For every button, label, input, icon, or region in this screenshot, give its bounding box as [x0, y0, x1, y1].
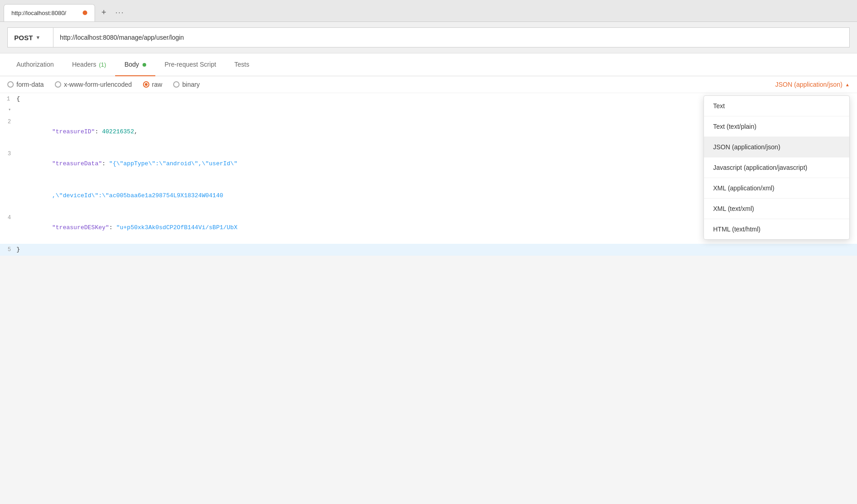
- tab-headers-label: Headers: [72, 61, 96, 68]
- tab-body-dot: [143, 63, 146, 67]
- option-binary-label: binary: [182, 81, 200, 88]
- key-treasureDESKey: "treasureDESKey": [38, 224, 109, 231]
- line-content-1: {: [16, 94, 20, 104]
- tab-body-label: Body: [124, 61, 139, 68]
- dropdown-item-javascript[interactable]: Javascript (application/javascript): [704, 158, 849, 178]
- tab-pre-request-script[interactable]: Pre-request Script: [155, 53, 225, 76]
- key-treasureID: "treasureID": [38, 128, 95, 135]
- tab-authorization-label: Authorization: [16, 61, 54, 68]
- radio-raw: [143, 81, 149, 88]
- option-raw-label: raw: [152, 81, 163, 88]
- dropdown-item-text[interactable]: Text: [704, 96, 849, 116]
- val-treasureData-cont: ,\"deviceId\":\"ac005baa6e1a298754L9X183…: [38, 192, 223, 199]
- format-dropdown-menu: Text Text (text/plain) JSON (application…: [704, 95, 850, 240]
- line-content-5: }: [16, 245, 20, 255]
- method-label: POST: [14, 34, 33, 42]
- val-treasureID: 402216352: [102, 128, 134, 135]
- option-binary[interactable]: binary: [173, 81, 200, 88]
- editor-line-5: 5 }: [0, 244, 857, 256]
- dropdown-item-html[interactable]: HTML (text/html): [704, 219, 849, 239]
- option-form-data[interactable]: form-data: [7, 81, 44, 88]
- method-chevron-icon: ▼: [36, 35, 41, 40]
- tab-headers-badge: (1): [99, 61, 106, 68]
- tab-headers[interactable]: Headers (1): [63, 53, 116, 76]
- comma-1: ,: [134, 128, 138, 135]
- dropdown-item-text-plain[interactable]: Text (text/plain): [704, 116, 849, 137]
- browser-tab-bar: http://localhost:8080/ + ···: [0, 0, 857, 22]
- line-number-3: 3: [0, 149, 16, 159]
- tab-body[interactable]: Body: [115, 53, 155, 76]
- option-urlencoded-label: x-www-form-urlencoded: [64, 81, 132, 88]
- dropdown-item-xml-text[interactable]: XML (text/xml): [704, 199, 849, 219]
- format-selector-label: JSON (application/json): [775, 81, 842, 88]
- radio-form-data: [7, 81, 14, 88]
- radio-urlencoded: [55, 81, 61, 88]
- key-treasureData: "treasureData": [38, 160, 102, 167]
- line-number-2: 2: [0, 117, 16, 127]
- body-options-wrapper: form-data x-www-form-urlencoded raw bina…: [0, 76, 857, 93]
- dropdown-item-json[interactable]: JSON (application/json): [704, 137, 849, 158]
- line-content-3a: "treasureData": "{\"appType\":\"android\…: [16, 149, 238, 179]
- tab-url-text: http://localhost:8080/: [11, 10, 79, 16]
- more-tabs-button[interactable]: ···: [111, 7, 129, 19]
- tab-status-dot: [83, 10, 87, 15]
- line-content-2: "treasureID": 402216352,: [16, 117, 138, 147]
- line-content-4: "treasureDESKey": "u+p50xk3Ak0sdCP2OfB14…: [16, 213, 238, 243]
- colon-1: :: [95, 128, 102, 135]
- tab-authorization[interactable]: Authorization: [7, 53, 63, 76]
- val-treasureData: "{\"appType\":\"android\",\"userId\": [109, 160, 238, 167]
- tabs-navigation: Authorization Headers (1) Body Pre-reque…: [0, 53, 857, 76]
- line-content-3b: ,\"deviceId\":\"ac005baa6e1a298754L9X183…: [16, 181, 223, 211]
- method-selector[interactable]: POST ▼: [7, 27, 53, 47]
- fold-arrow-1: ▾: [8, 107, 11, 112]
- browser-tab[interactable]: http://localhost:8080/: [4, 4, 95, 21]
- val-treasureDESKey: "u+p50xk3Ak0sdCP2OfB144Vi/sBP1/UbX: [116, 224, 237, 231]
- option-raw[interactable]: raw: [143, 81, 163, 88]
- new-tab-button[interactable]: +: [97, 6, 111, 19]
- radio-binary: [173, 81, 180, 88]
- url-input[interactable]: [53, 27, 850, 47]
- tab-tests-label: Tests: [234, 61, 249, 68]
- colon-3: :: [109, 224, 116, 231]
- line-number-5: 5: [0, 245, 16, 255]
- tab-tests[interactable]: Tests: [225, 53, 259, 76]
- option-urlencoded[interactable]: x-www-form-urlencoded: [55, 81, 132, 88]
- line-number-1: 1 ▾: [0, 94, 16, 115]
- format-selector[interactable]: JSON (application/json) ▲: [775, 81, 850, 88]
- colon-2: :: [102, 160, 109, 167]
- request-bar: POST ▼: [0, 22, 857, 53]
- dropdown-item-xml-app[interactable]: XML (application/xml): [704, 178, 849, 199]
- line-number-4: 4: [0, 213, 16, 223]
- option-form-data-label: form-data: [16, 81, 44, 88]
- body-options-bar: form-data x-www-form-urlencoded raw bina…: [0, 76, 857, 93]
- tab-pre-request-label: Pre-request Script: [164, 61, 216, 68]
- format-selector-arrow-icon: ▲: [845, 82, 850, 87]
